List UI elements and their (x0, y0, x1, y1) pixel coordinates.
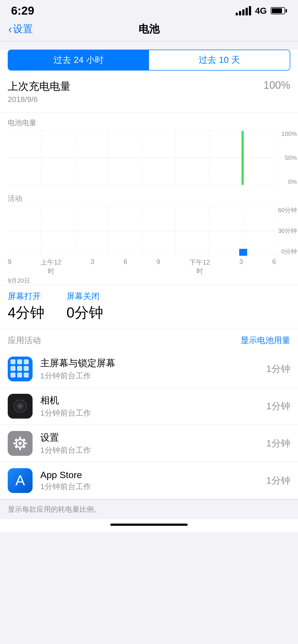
app-time-camera: 1分钟 (266, 400, 290, 413)
x-label-9am: 9 (156, 258, 160, 276)
last-charge-title: 上次充电电量 (8, 79, 71, 93)
app-item-homescreen: 主屏幕与锁定屏幕 1分钟前台工作 1分钟 (0, 351, 298, 388)
screen-off-item: 屏幕关闭 0分钟 (66, 291, 103, 322)
x-label-3am: 3 (91, 258, 94, 276)
svg-point-42 (18, 442, 22, 445)
appstore-icon-svg: A (8, 468, 33, 493)
svg-rect-30 (24, 366, 29, 371)
last-charge-value: 100% (264, 79, 290, 91)
camera-icon-svg (8, 394, 33, 419)
app-icon-settings (8, 431, 33, 456)
screen-on-item: 屏幕打开 4分钟 (8, 291, 44, 322)
svg-rect-44 (19, 448, 21, 450)
svg-rect-11 (241, 131, 244, 185)
tab-24h[interactable]: 过去 24 小时 (8, 50, 149, 70)
app-time-settings: 1分钟 (266, 437, 290, 450)
back-button[interactable]: ‹ 设置 (8, 22, 33, 36)
app-icon-appstore: A (8, 468, 33, 493)
screen-time-section: 屏幕打开 4分钟 屏幕关闭 0分钟 (0, 285, 298, 328)
app-name-appstore: App Store (40, 470, 259, 480)
svg-rect-28 (10, 366, 15, 371)
x-label-noon2: 下午12 时 (189, 258, 210, 276)
x-label-9am-prev: 9 (8, 258, 11, 276)
battery-chart-wrapper: 100% 50% 0% (0, 130, 298, 185)
status-right-icons: 4G (236, 6, 287, 16)
svg-rect-43 (19, 436, 21, 439)
activity-chart-svg (8, 206, 276, 256)
battery-icon (271, 7, 287, 14)
app-icon-camera (8, 394, 33, 419)
screen-time-row: 屏幕打开 4分钟 屏幕关闭 0分钟 (8, 291, 290, 322)
svg-point-38 (19, 405, 22, 408)
app-detail-settings: 1分钟前台工作 (40, 445, 259, 456)
svg-rect-25 (10, 359, 15, 364)
app-item-appstore: A App Store 1分钟前台工作 1分钟 (0, 462, 298, 499)
status-time: 6:29 (11, 4, 34, 17)
svg-point-39 (22, 400, 24, 402)
screen-on-value: 4分钟 (8, 303, 44, 322)
page-title: 电池 (139, 22, 159, 36)
app-list: 主屏幕与锁定屏幕 1分钟前台工作 1分钟 相机 1分钟前台工作 (0, 351, 298, 499)
activity-chart-label: 活动 (0, 194, 298, 206)
app-activity-title: 应用活动 (8, 335, 41, 346)
homescreen-icon-svg (8, 357, 33, 381)
x-label-3pm: 3 (239, 258, 243, 276)
activity-y-labels: 60分钟 30分钟 0分钟 (277, 206, 298, 256)
svg-text:A: A (15, 472, 25, 488)
tab-switcher: 过去 24 小时 过去 10 天 (8, 50, 290, 71)
back-label: 设置 (13, 22, 33, 36)
svg-rect-27 (24, 359, 29, 364)
last-charge-date: 2018/9/6 (8, 95, 71, 104)
svg-rect-33 (24, 373, 29, 378)
app-time-homescreen: 1分钟 (266, 363, 290, 375)
nav-bar: ‹ 设置 电池 (0, 19, 298, 41)
show-battery-usage-link[interactable]: 显示电池用量 (241, 335, 290, 346)
last-charge-section: 上次充电电量 2018/9/6 100% (0, 77, 298, 112)
svg-rect-23 (239, 249, 247, 256)
app-item-settings: 设置 1分钟前台工作 1分钟 (0, 425, 298, 462)
app-activity-header: 应用活动 显示电池用量 (0, 328, 298, 351)
screen-off-label: 屏幕关闭 (66, 291, 103, 302)
app-name-camera: 相机 (40, 394, 259, 407)
app-detail-camera: 1分钟前台工作 (40, 408, 259, 418)
app-item-camera: 相机 1分钟前台工作 1分钟 (0, 388, 298, 425)
settings-icon-svg (8, 431, 33, 456)
home-bar (110, 524, 188, 526)
svg-rect-26 (17, 359, 22, 364)
x-label-noon: 上午12 时 (41, 258, 61, 276)
home-indicator (0, 519, 298, 532)
tab-10d[interactable]: 过去 10 天 (149, 50, 290, 70)
screen-off-value: 0分钟 (66, 303, 103, 322)
network-type: 4G (255, 6, 267, 16)
activity-chart-section: 活动 60分钟 30分钟 (0, 188, 298, 285)
battery-chart-section: 电池电量 100% (0, 112, 298, 188)
x-label-6am: 6 (124, 258, 127, 276)
battery-y-labels: 100% 50% 0% (277, 130, 298, 185)
activity-chart-wrapper: 60分钟 30分钟 0分钟 (0, 206, 298, 256)
app-icon-homescreen (8, 357, 33, 381)
app-detail-appstore: 1分钟前台工作 (40, 481, 259, 492)
svg-rect-29 (17, 366, 22, 371)
status-bar: 6:29 4G (0, 0, 298, 19)
svg-rect-45 (13, 443, 16, 444)
signal-icon (236, 6, 251, 15)
battery-chart-svg (8, 130, 276, 185)
main-content: 过去 24 小时 过去 10 天 上次充电电量 2018/9/6 100% 电池… (0, 50, 298, 499)
app-time-appstore: 1分钟 (266, 474, 290, 487)
svg-rect-31 (10, 373, 15, 378)
chevron-left-icon: ‹ (8, 24, 12, 35)
x-axis-date: 9月20日 (0, 276, 298, 285)
app-name-homescreen: 主屏幕与锁定屏幕 (40, 357, 259, 370)
app-name-settings: 设置 (40, 431, 259, 444)
svg-rect-32 (17, 373, 22, 378)
app-detail-homescreen: 1分钟前台工作 (40, 371, 259, 381)
x-axis-labels: 9 上午12 时 3 6 9 下午12 时 3 6 (0, 256, 298, 276)
x-label-6pm: 6 (272, 258, 276, 276)
footer-note: 显示每款应用的耗电量比例。 (0, 499, 298, 519)
svg-rect-46 (24, 443, 27, 444)
battery-chart-label: 电池电量 (0, 118, 298, 130)
screen-on-label: 屏幕打开 (8, 291, 44, 302)
